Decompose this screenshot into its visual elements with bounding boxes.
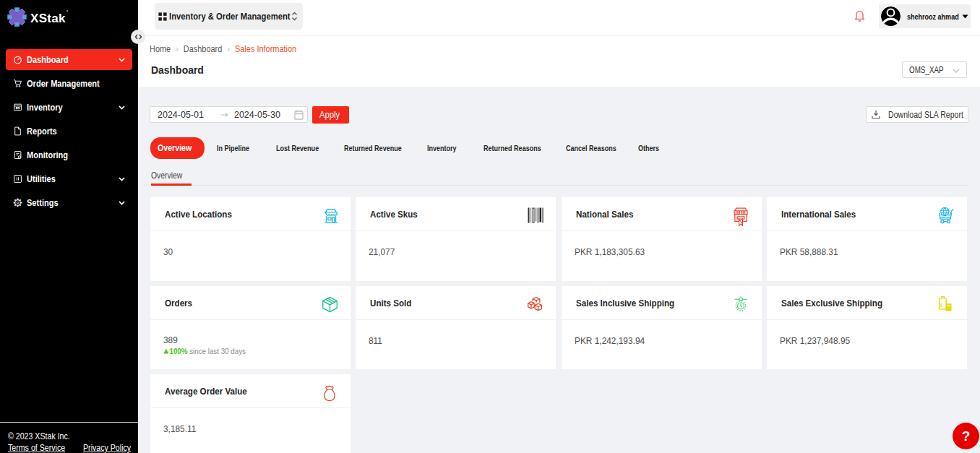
svg-text:XStak: XStak [30, 12, 66, 25]
